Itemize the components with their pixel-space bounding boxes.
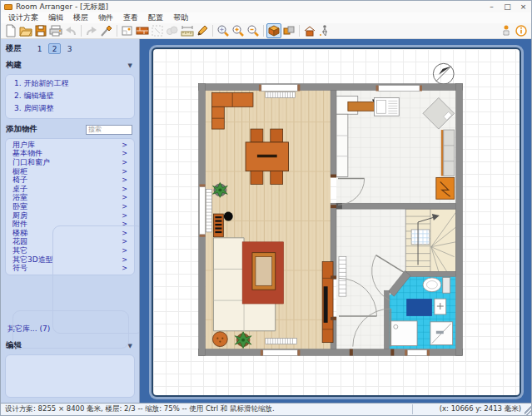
round-side-table[interactable] [212,332,227,347]
undo-icon[interactable] [63,23,78,38]
redo-icon[interactable] [84,23,99,38]
zoom-out-icon[interactable] [246,23,261,38]
television[interactable] [324,286,328,323]
status-cursor-coordinates: (x: 10666 y: 2413 毫米) [413,404,525,414]
drawing-canvas[interactable] [140,39,531,403]
objects-3d-icon[interactable] [281,23,296,38]
minimize-button[interactable]: – [484,2,500,12]
add-objects-title: 添加物件 [6,124,37,135]
dining-chair[interactable] [251,129,263,142]
view-3d-icon[interactable] [266,23,281,38]
floor-lamp[interactable] [224,212,233,221]
sidebar: 楼层 1 2 3 构建 ▼ 1. 开始新的工程 2. 编辑墙壁 3. 房间调整 … [1,39,140,403]
hand-pointer-icon[interactable] [499,23,514,38]
maximize-button[interactable]: □ [500,2,515,12]
window-left[interactable] [200,184,206,236]
edit-panel [5,354,135,398]
open-folder-icon[interactable] [18,23,33,38]
window-bottom-bathroom[interactable] [405,350,430,356]
coffee-table[interactable] [252,253,276,290]
menu-config[interactable]: 配置 [143,12,168,23]
build-panel-title: 构建 [6,60,22,71]
dining-chair[interactable] [271,129,283,142]
bath-mat[interactable] [406,299,432,316]
save-icon[interactable] [33,23,48,38]
shower-unit[interactable] [430,322,453,345]
build-steps-panel: 1. 开始新的工程 2. 编辑墙壁 3. 房间调整 [5,74,135,119]
print-icon[interactable] [48,23,63,38]
kitchen-sink[interactable] [375,97,400,116]
build-step-adjust-rooms[interactable]: 3. 房间调整 [14,102,131,115]
wall-interior-vertical[interactable] [331,91,336,177]
window-top-living[interactable] [259,85,301,92]
menu-help[interactable]: 帮助 [168,12,193,23]
menu-design[interactable]: 设计方案 [3,12,43,23]
floor-tab-2[interactable]: 2 [48,43,61,54]
window-bottom-living[interactable] [261,350,301,356]
menu-view[interactable]: 查看 [118,12,143,23]
toolbar-separator [212,25,213,37]
hall-shoe-rack[interactable] [339,257,346,297]
floor-tab-3[interactable]: 3 [63,43,76,54]
measure-icon[interactable] [180,23,195,38]
toilet[interactable] [423,278,441,292]
build-panel-header[interactable]: 构建 ▼ [1,57,139,72]
sidebar-empty-area [1,277,139,322]
select-transform-icon[interactable] [150,23,165,38]
compass-icon[interactable] [433,63,454,84]
status-design-info: 设计方案: 8255 × 8400 毫米, 楼层: 2/3 -- 缩放: 75%… [1,404,413,414]
radiator-bottom[interactable] [266,339,297,344]
build-step-new-project[interactable]: 1. 开始新的工程 [14,77,131,90]
toolbar-separator [299,25,300,37]
chevron-right-icon: > [122,150,127,157]
wall-bathroom-top[interactable] [406,271,455,276]
add-objects-header: 添加物件 [1,121,139,136]
floor-tab-1[interactable]: 1 [33,43,46,54]
kitchen-appliance[interactable] [436,178,455,200]
toolbar-separator [81,25,82,37]
menu-edit[interactable]: 编辑 [43,12,68,23]
paint-brush-icon[interactable] [99,23,114,38]
radiator-left[interactable] [206,189,212,232]
status-bar: 设计方案: 8255 × 8400 毫米, 楼层: 2/3 -- 缩放: 75%… [1,403,531,415]
dining-chair[interactable] [271,171,283,185]
draw-pencil-icon[interactable] [195,23,210,38]
shower-tray[interactable] [390,321,417,346]
bathroom-sink[interactable] [435,299,446,314]
walkthrough-icon[interactable] [317,23,332,38]
tv-cabinet[interactable] [322,262,333,343]
design-properties-icon[interactable] [120,23,135,38]
wall-kitchen-hall[interactable] [336,203,456,209]
shelf-unit[interactable] [213,214,223,237]
app-logo-icon [4,4,12,10]
plan-page[interactable] [152,47,521,397]
menu-floor[interactable]: 楼层 [68,12,93,23]
menu-object[interactable]: 物件 [93,12,118,23]
radiator-top[interactable] [266,92,296,98]
zoom-fit-icon[interactable] [216,23,231,38]
wall-icon[interactable] [135,23,150,38]
staircase[interactable] [405,209,455,271]
floor-plan[interactable] [153,49,520,395]
new-document-icon[interactable] [3,23,18,38]
info-icon[interactable] [514,23,529,38]
toolbar [1,23,531,39]
window-top-kitchen[interactable] [376,86,422,92]
chevron-right-icon: > [122,212,127,220]
close-button[interactable]: × [515,2,531,12]
resize-grip[interactable] [525,404,531,415]
collapse-arrow-icon[interactable]: ▼ [128,62,132,69]
clouds-icon[interactable] [165,23,180,38]
build-step-edit-walls[interactable]: 2. 编辑墙壁 [14,90,131,102]
wall-right[interactable] [456,84,463,356]
chevron-right-icon: > [122,203,127,210]
house-view-icon[interactable] [302,23,317,38]
wall-top[interactable] [199,84,463,91]
zoom-in-icon[interactable] [231,23,246,38]
object-search-input[interactable] [86,125,132,135]
kitchen-right-cabinets[interactable] [441,130,455,176]
toilet-tank [443,277,450,293]
menu-bar: 设计方案 编辑 楼层 物件 查看 配置 帮助 [1,12,531,23]
dining-chair[interactable] [251,171,263,185]
window-title: Room Arranger - [无标题] [16,2,108,12]
